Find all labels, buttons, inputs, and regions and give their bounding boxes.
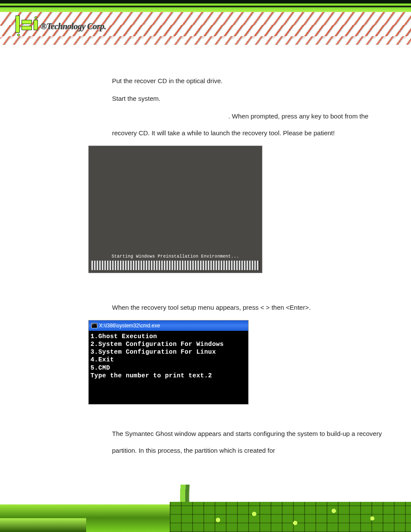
cmd-icon xyxy=(91,323,97,328)
instruction-text: . When prompted, press any key to boot f… xyxy=(112,112,368,137)
instruction-step: When the recovery tool setup menu appear… xyxy=(112,299,385,316)
page-content: Put the recover CD in the optical drive.… xyxy=(86,72,385,459)
instruction-step: . When prompted, press any key to boot f… xyxy=(112,108,385,141)
instruction-step: Put the recover CD in the optical drive. xyxy=(112,72,385,89)
instruction-step: The Symantec Ghost window appears and st… xyxy=(112,425,385,459)
header-banner: ®Technology Corp. xyxy=(0,0,411,60)
footer-leftbar-decor xyxy=(0,518,86,532)
brand-logo: ®Technology Corp. xyxy=(15,13,114,41)
figure-caption-text: Starting Windows Preinstallation Environ… xyxy=(112,254,239,259)
instruction-step: Start the system. xyxy=(112,90,385,107)
figure-cmd-screenshot: X:\I386\system32\cmd.exe 1.Ghost Executi… xyxy=(88,320,249,404)
footer-pcb-decor xyxy=(170,502,411,532)
cmd-terminal-text: 1.Ghost Execution 2.System Configuration… xyxy=(89,331,248,381)
figure-boot-screenshot: Starting Windows Preinstallation Environ… xyxy=(88,146,262,273)
brand-logo-text: ®Technology Corp. xyxy=(40,22,106,31)
cmd-title-text: X:\I386\system32\cmd.exe xyxy=(99,323,160,329)
cmd-titlebar: X:\I386\system32\cmd.exe xyxy=(89,320,248,331)
brand-mark-icon xyxy=(16,16,38,38)
progress-ruler-icon xyxy=(91,261,259,270)
footer-banner xyxy=(0,485,411,532)
